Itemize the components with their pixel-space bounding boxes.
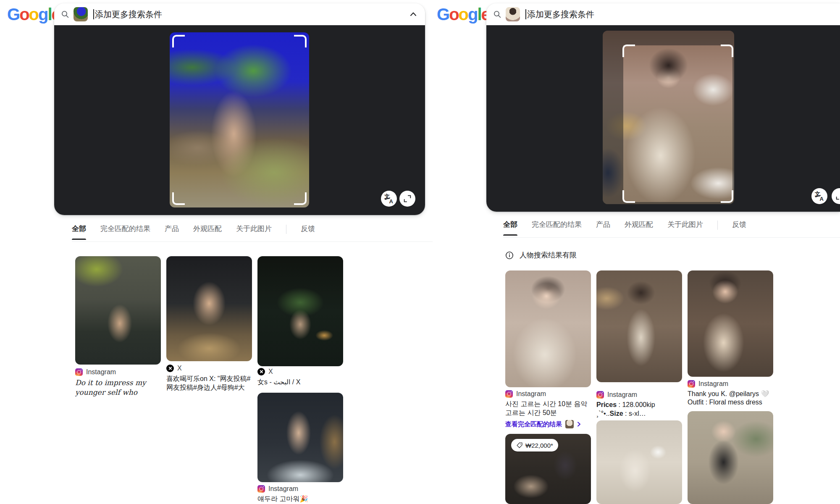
result-caption[interactable]: Outfit : Floral mess dress spec…: [688, 398, 773, 407]
query-image-thumbnail[interactable]: [74, 7, 88, 21]
result-caption[interactable]: 女s - البحث / X: [257, 378, 343, 387]
crop-handle-top-right[interactable]: [721, 45, 733, 57]
crop-handle-top-right[interactable]: [294, 35, 307, 47]
result-image[interactable]: [257, 393, 343, 482]
result-image[interactable]: [596, 420, 682, 504]
result-image[interactable]: [688, 270, 773, 377]
x-icon: [166, 365, 174, 372]
chevron-right-icon: [577, 422, 581, 427]
result-caption[interactable]: 얘두라 고마워🎉: [257, 494, 343, 504]
tab-about-image[interactable]: 关于此图片: [667, 220, 703, 236]
tab-feedback[interactable]: 反馈: [301, 224, 315, 240]
tab-products[interactable]: 产品: [165, 224, 179, 240]
query-image[interactable]: [170, 32, 309, 207]
lens-panel: 添加更多搜索条件 文 A: [54, 3, 425, 215]
translate-icon: 文 A: [815, 192, 824, 201]
query-image-thumbnail[interactable]: [506, 7, 520, 21]
logo-letter: l: [47, 5, 51, 24]
logo-letter: g: [38, 5, 47, 24]
result-image[interactable]: [505, 270, 591, 387]
translate-latin-glyph: A: [389, 198, 393, 205]
crop-handle-bottom-left[interactable]: [172, 192, 185, 205]
crop-handle-bottom-right[interactable]: [721, 190, 733, 203]
result-image[interactable]: [75, 256, 161, 365]
logo-letter: l: [477, 5, 481, 24]
result-caption[interactable]: 喜欢喝可乐on X: "网友投稿#网友投稿#身边人#母狗#大奶…: [166, 374, 252, 392]
tab-divider: [286, 225, 286, 234]
link-label: 查看完全匹配的结果: [505, 420, 562, 428]
source-label: Instagram: [86, 368, 116, 376]
result-source[interactable]: Instagram: [75, 368, 116, 376]
price-tag-icon: [516, 442, 523, 449]
logo-letter: o: [19, 5, 29, 24]
result-image[interactable]: [596, 270, 682, 382]
search-query-input[interactable]: 添加更多搜索条件: [527, 9, 594, 20]
result-source[interactable]: X: [166, 365, 182, 372]
expand-search-button[interactable]: [832, 188, 840, 204]
price-badge: ₩22,000*: [511, 439, 558, 452]
result-image[interactable]: [688, 411, 773, 504]
source-label: X: [268, 368, 273, 375]
logo-letter: o: [459, 5, 468, 24]
logo-letter: o: [449, 5, 458, 24]
crop-handle-top-left[interactable]: [622, 45, 635, 57]
tab-all[interactable]: 全部: [503, 220, 517, 236]
expand-icon: [403, 194, 412, 203]
result-caption[interactable]: Do it to impress my younger self who tho…: [75, 378, 161, 398]
tab-all[interactable]: 全部: [72, 224, 86, 240]
source-label: Instagram: [607, 391, 637, 399]
search-icon: [493, 10, 501, 18]
tab-products[interactable]: 产品: [596, 220, 610, 236]
instagram-icon: [505, 390, 513, 398]
lens-panel: 添加更多搜索条件 文 A: [486, 3, 840, 212]
result-caption[interactable]: Thank you K. @peilarys 🤍✨: [688, 389, 773, 399]
query-image[interactable]: [603, 31, 734, 204]
result-image[interactable]: ₩22,000*: [505, 434, 591, 504]
translate-button[interactable]: 文 A: [381, 191, 397, 207]
crop-handle-bottom-left[interactable]: [622, 190, 635, 203]
result-source[interactable]: Instagram: [688, 380, 728, 388]
google-logo[interactable]: Google: [7, 5, 60, 24]
text-caret: [525, 9, 526, 19]
instagram-icon: [688, 380, 695, 388]
search-bar[interactable]: 添加更多搜索条件: [54, 3, 425, 25]
people-results-notice: 人物搜索结果有限: [505, 250, 577, 260]
source-label: Instagram: [268, 485, 298, 493]
result-caption[interactable]: 사진 고르는 시간 10분 음악 고르는 시간 50분: [505, 399, 591, 417]
result-caption[interactable]: Prices : 128.000kip ¸`°•..Size : s-xl…: [596, 400, 682, 418]
tab-about-image[interactable]: 关于此图片: [236, 224, 272, 240]
text-caret: [93, 9, 94, 19]
google-logo[interactable]: Google: [437, 5, 490, 24]
result-source[interactable]: Instagram: [505, 390, 546, 398]
link-thumbnail: [565, 420, 574, 428]
tab-exact-matches[interactable]: 完全匹配的结果: [100, 224, 150, 240]
logo-letter: o: [29, 5, 38, 24]
results-tabbar: 全部 完全匹配的结果 产品 外观匹配 关于此图片 反馈: [72, 224, 433, 242]
crop-region[interactable]: [623, 45, 732, 202]
crop-region[interactable]: [173, 36, 306, 204]
notice-text: 人物搜索结果有限: [520, 250, 577, 260]
result-image[interactable]: [166, 256, 252, 361]
result-source[interactable]: Instagram: [257, 485, 298, 493]
expand-search-button[interactable]: [399, 191, 415, 207]
see-exact-matches-link[interactable]: 查看完全匹配的结果: [505, 420, 581, 428]
instagram-icon: [257, 485, 265, 493]
crop-handle-top-left[interactable]: [172, 35, 185, 47]
chevron-up-icon[interactable]: [408, 9, 418, 19]
tab-visual-matches[interactable]: 外观匹配: [625, 220, 653, 236]
search-query-input[interactable]: 添加更多搜索条件: [95, 9, 162, 20]
result-source[interactable]: X: [257, 368, 273, 375]
crop-handle-bottom-right[interactable]: [294, 192, 307, 205]
results-tabbar: 全部 完全匹配的结果 产品 外观匹配 关于此图片 反馈: [503, 220, 840, 238]
caption-bold: Size: [610, 410, 623, 417]
tab-exact-matches[interactable]: 完全匹配的结果: [532, 220, 582, 236]
result-source[interactable]: Instagram: [596, 391, 637, 399]
source-label: Instagram: [516, 390, 546, 398]
result-image[interactable]: [257, 256, 343, 366]
instagram-icon: [596, 391, 604, 399]
tab-feedback[interactable]: 反馈: [732, 220, 746, 236]
translate-button[interactable]: 文 A: [811, 188, 827, 204]
search-bar[interactable]: 添加更多搜索条件: [486, 3, 840, 25]
logo-letter: g: [468, 5, 477, 24]
tab-visual-matches[interactable]: 外观匹配: [193, 224, 222, 240]
